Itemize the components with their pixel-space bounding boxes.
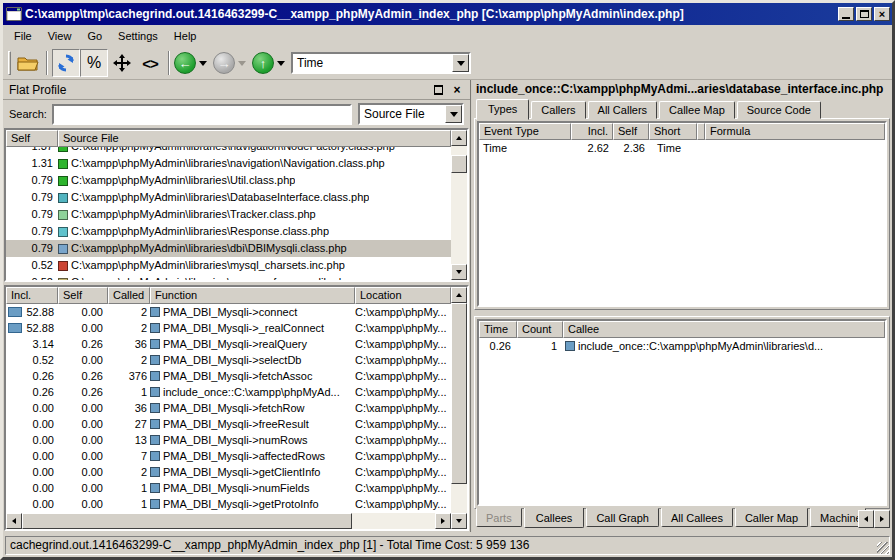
back-button[interactable]: ←: [174, 52, 196, 74]
scroll-right-button[interactable]: [435, 513, 451, 529]
maximize-button[interactable]: [856, 7, 872, 21]
tab-caller-map[interactable]: Caller Map: [735, 508, 808, 527]
source-file-row[interactable]: 0.52C:\xampp\phpMyAdmin\libraries\mysql_…: [6, 257, 451, 274]
function-row[interactable]: 0.000.001PMA_DBI_Mysqli->numFieldsC:\xam…: [6, 480, 451, 496]
tab-callees[interactable]: Callees: [524, 508, 585, 528]
column-header-formula[interactable]: Formula: [705, 123, 885, 140]
triangle-left-icon: [864, 516, 868, 522]
event-type-row[interactable]: Time2.622.36Time: [479, 140, 885, 156]
event-type-combobox[interactable]: Time: [291, 52, 471, 74]
function-row[interactable]: 0.000.0027PMA_DBI_Mysqli->freeResultC:\x…: [6, 416, 451, 432]
close-button[interactable]: ×: [874, 7, 890, 21]
column-header-function[interactable]: Function: [150, 287, 355, 304]
grouping-combobox[interactable]: Source File: [358, 103, 464, 125]
function-row[interactable]: 0.000.001PMA_DBI_Mysqli->getProtoInfoC:\…: [6, 496, 451, 512]
function-cell: PMA_DBI_Mysqli->affectedRows: [150, 448, 355, 464]
tab-types[interactable]: Types: [476, 99, 529, 120]
cycle-detection-button[interactable]: [52, 49, 80, 77]
function-row[interactable]: 3.140.2636PMA_DBI_Mysqli->realQueryC:\xa…: [6, 336, 451, 352]
tab-source-code[interactable]: Source Code: [737, 101, 821, 119]
function-list-hscrollbar[interactable]: [6, 513, 451, 529]
tabs-scroll-left-button[interactable]: [858, 510, 874, 528]
column-header-incl[interactable]: Incl.: [571, 123, 613, 140]
column-header-self[interactable]: Self: [613, 123, 649, 140]
function-row[interactable]: 0.000.0036PMA_DBI_Mysqli->fetchRowC:\xam…: [6, 400, 451, 416]
menu-view[interactable]: View: [41, 28, 79, 44]
function-cell: PMA_DBI_Mysqli->numFields: [150, 480, 355, 496]
column-header-self[interactable]: Self: [6, 130, 58, 147]
function-row[interactable]: 0.260.261include_once::C:\xampp\phpMyAd.…: [6, 384, 451, 400]
search-input[interactable]: [52, 104, 352, 125]
tab-all-callees[interactable]: All Callees: [661, 508, 733, 527]
self-cost-value: 0.00: [58, 416, 108, 432]
up-dropdown-arrow[interactable]: [277, 61, 285, 66]
source-file-row[interactable]: 0.79C:\xampp\phpMyAdmin\libraries\dbi\DB…: [6, 240, 451, 257]
column-header-called[interactable]: Called: [108, 287, 150, 304]
function-row[interactable]: 0.000.0013PMA_DBI_Mysqli->numRowsC:\xamp…: [6, 432, 451, 448]
menu-go[interactable]: Go: [80, 28, 109, 44]
tab-call-graph[interactable]: Call Graph: [586, 508, 659, 527]
menu-settings[interactable]: Settings: [111, 28, 165, 44]
flat-profile-titlebar[interactable]: Flat Profile ×: [3, 80, 470, 100]
source-file-row[interactable]: 0.79C:\xampp\phpMyAdmin\libraries\Tracke…: [6, 206, 451, 223]
relative-cost-button[interactable]: <>: [136, 49, 164, 77]
source-file-row[interactable]: 0.79C:\xampp\phpMyAdmin\libraries\Util.c…: [6, 172, 451, 189]
tab-callee-map[interactable]: Callee Map: [659, 101, 735, 119]
function-row[interactable]: 0.260.26376PMA_DBI_Mysqli->fetchAssocC:\…: [6, 368, 451, 384]
function-row[interactable]: 0.520.002PMA_DBI_Mysqli->selectDbC:\xamp…: [6, 352, 451, 368]
tabs-scroll-right-button[interactable]: [874, 510, 890, 528]
dock-close-button[interactable]: ×: [450, 83, 464, 96]
menu-file[interactable]: File: [7, 28, 39, 44]
tab-all-callers[interactable]: All Callers: [588, 101, 658, 119]
percent-toggle-button[interactable]: %: [80, 49, 108, 77]
function-list-vscrollbar[interactable]: [451, 287, 467, 529]
column-header-short[interactable]: Short: [649, 123, 697, 140]
source-file-row[interactable]: 0.79C:\xampp\phpMyAdmin\libraries\Databa…: [6, 189, 451, 206]
function-row[interactable]: 52.880.002PMA_DBI_Mysqli->connectC:\xamp…: [6, 304, 451, 320]
incl-cost-value: 0.52: [8, 352, 54, 368]
column-header-incl[interactable]: Incl.: [6, 287, 58, 304]
source-file-row[interactable]: 1.31C:\xampp\phpMyAdmin\libraries\naviga…: [6, 155, 451, 172]
title-bar[interactable]: C:\xampp\tmp\cachegrind.out.1416463299-C…: [3, 3, 892, 25]
column-header-source-file[interactable]: Source File: [58, 130, 451, 147]
open-file-button[interactable]: [14, 49, 42, 77]
back-dropdown-arrow[interactable]: [199, 61, 207, 66]
scroll-thumb[interactable]: [22, 513, 352, 529]
up-button[interactable]: ↑: [252, 52, 274, 74]
scroll-up-button[interactable]: [451, 130, 467, 146]
toolbar-handle[interactable]: [8, 51, 11, 75]
called-count-value: 2: [108, 352, 150, 368]
expand-areas-button[interactable]: [108, 49, 136, 77]
function-row[interactable]: 0.000.007PMA_DBI_Mysqli->affectedRowsC:\…: [6, 448, 451, 464]
resize-grip[interactable]: [877, 542, 889, 554]
column-header-event-type[interactable]: Event Type: [479, 123, 571, 140]
callee-row[interactable]: 0.261include_once::C:\xampp\phpMyAdmin\l…: [479, 338, 885, 354]
callees-table-content: 0.261include_once::C:\xampp\phpMyAdmin\l…: [479, 338, 885, 354]
scroll-down-button[interactable]: [451, 513, 467, 529]
column-header-location[interactable]: Location: [355, 287, 451, 304]
column-header-self[interactable]: Self: [58, 287, 108, 304]
function-cell: PMA_DBI_Mysqli->fetchAssoc: [150, 368, 355, 384]
scroll-thumb[interactable]: [451, 155, 467, 173]
menu-help[interactable]: Help: [167, 28, 204, 44]
scroll-down-button[interactable]: [451, 264, 467, 280]
app-icon: [6, 7, 22, 21]
column-header-count[interactable]: Count: [517, 321, 563, 338]
scroll-left-button[interactable]: [6, 513, 22, 529]
minimize-button[interactable]: [838, 7, 854, 21]
source-file-row[interactable]: 0.79C:\xampp\phpMyAdmin\libraries\Respon…: [6, 223, 451, 240]
dock-float-button[interactable]: [431, 83, 445, 96]
grouping-dropdown-button[interactable]: [445, 105, 462, 123]
triangle-down-icon: [456, 270, 462, 274]
column-header-time[interactable]: Time: [479, 321, 517, 338]
function-row[interactable]: 0.000.002PMA_DBI_Mysqli->getClientInfoC:…: [6, 464, 451, 480]
source-list-vscrollbar[interactable]: [451, 130, 467, 280]
source-file-row[interactable]: 1.37C:\xampp\phpMyAdmin\libraries\naviga…: [6, 147, 451, 155]
scroll-up-button[interactable]: [451, 287, 467, 303]
tab-callers[interactable]: Callers: [531, 101, 585, 119]
column-header-callee[interactable]: Callee: [563, 321, 885, 338]
scroll-thumb[interactable]: [451, 303, 467, 484]
event-type-dropdown-button[interactable]: [452, 54, 469, 72]
source-file-row[interactable]: 0.52C:\xampp\phpMyAdmin\libraries\user_p…: [6, 274, 451, 280]
function-row[interactable]: 52.880.002PMA_DBI_Mysqli->_realConnectC:…: [6, 320, 451, 336]
